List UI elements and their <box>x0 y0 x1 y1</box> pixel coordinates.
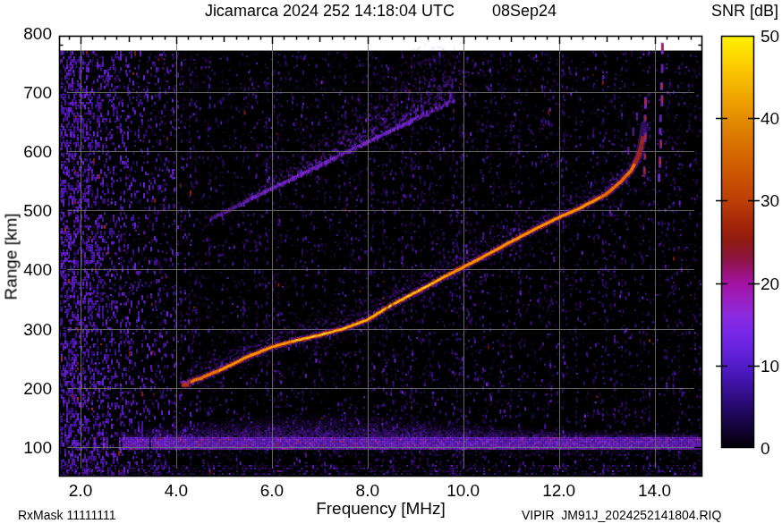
colorbar-tick-label: 10 <box>761 358 782 375</box>
y-tick-label: 700 <box>5 84 52 101</box>
file-id-label: VIPIR JM91J_2024252141804.RIQ <box>522 509 721 522</box>
y-axis-title: Range [km] <box>3 213 21 300</box>
x-tick-label: 2.0 <box>55 482 106 499</box>
y-tick-label: 500 <box>5 202 52 219</box>
x-tick-label: 8.0 <box>343 482 393 499</box>
y-tick-label: 600 <box>5 143 52 160</box>
rxmask-label: RxMask 11111111 <box>18 509 115 522</box>
plot-title: Jicamarca 2024 252 14:18:04 UTC <box>205 2 455 20</box>
x-tick-label: 14.0 <box>630 482 680 499</box>
colorbar-tick-label: 40 <box>761 110 782 127</box>
y-tick-label: 800 <box>5 25 52 42</box>
colorbar-tick-label: 20 <box>761 275 782 292</box>
plot-date: 08Sep24 <box>492 2 557 20</box>
x-tick-label: 12.0 <box>534 482 584 499</box>
colorbar-tick-label: 0 <box>761 440 782 457</box>
plot-title-row: Jicamarca 2024 252 14:18:04 UTC08Sep24 <box>59 3 702 21</box>
colorbar-title: SNR [dB] <box>708 3 782 21</box>
y-tick-label: 400 <box>5 261 52 278</box>
ionogram-figure: Jicamarca 2024 252 14:18:04 UTC08Sep24 S… <box>0 0 782 532</box>
y-tick-label: 100 <box>5 439 52 456</box>
x-tick-label: 6.0 <box>247 482 297 499</box>
x-tick-label: 10.0 <box>438 482 489 499</box>
ionogram-canvas <box>0 0 782 532</box>
y-tick-label: 300 <box>5 321 52 338</box>
y-tick-label: 200 <box>5 380 52 397</box>
colorbar-tick-label: 30 <box>761 192 782 209</box>
x-tick-label: 4.0 <box>151 482 201 499</box>
colorbar-tick-label: 50 <box>761 28 782 45</box>
